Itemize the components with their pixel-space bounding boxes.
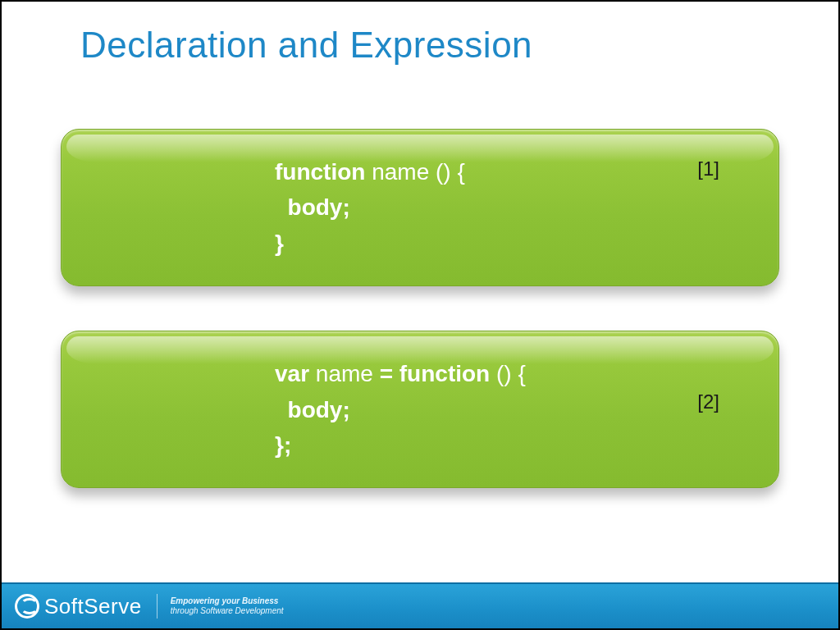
slide-title: Declaration and Expression xyxy=(2,2,838,66)
code-line: function name () { xyxy=(275,154,705,189)
code-line: } xyxy=(275,226,705,261)
keyword: var xyxy=(275,361,309,386)
code-text: name () { xyxy=(365,159,464,185)
code-line: }; xyxy=(275,427,705,463)
footer-tagline: Empowering your Business through Softwar… xyxy=(171,596,284,617)
brand-right: Serve xyxy=(84,594,141,619)
keyword: function xyxy=(275,159,365,185)
block-badge: [2] xyxy=(697,390,719,413)
code-line: body; xyxy=(275,189,705,225)
brand-left: Soft xyxy=(44,594,84,619)
code-block-declaration: [1] function name () { body; } xyxy=(61,129,779,286)
code-line: body; xyxy=(275,392,705,427)
code-text: name xyxy=(309,361,380,386)
keyword: = function xyxy=(380,361,491,386)
code-text: () { xyxy=(490,361,526,386)
slide: Declaration and Expression [1] function … xyxy=(0,0,840,630)
logo-icon xyxy=(15,594,39,619)
tagline-line-1: Empowering your Business xyxy=(171,596,284,607)
block-badge: [1] xyxy=(697,158,719,180)
code-blocks: [1] function name () { body; } [2] var n… xyxy=(61,129,779,488)
logo-text: SoftServe xyxy=(44,594,142,619)
footer-bar: SoftServe Empowering your Business throu… xyxy=(2,582,838,628)
code-line: var name = function () { xyxy=(275,356,705,391)
tagline-line-2: through Software Development xyxy=(171,606,284,617)
code-block-expression: [2] var name = function () { body; }; xyxy=(61,331,779,488)
footer-divider xyxy=(157,594,158,619)
